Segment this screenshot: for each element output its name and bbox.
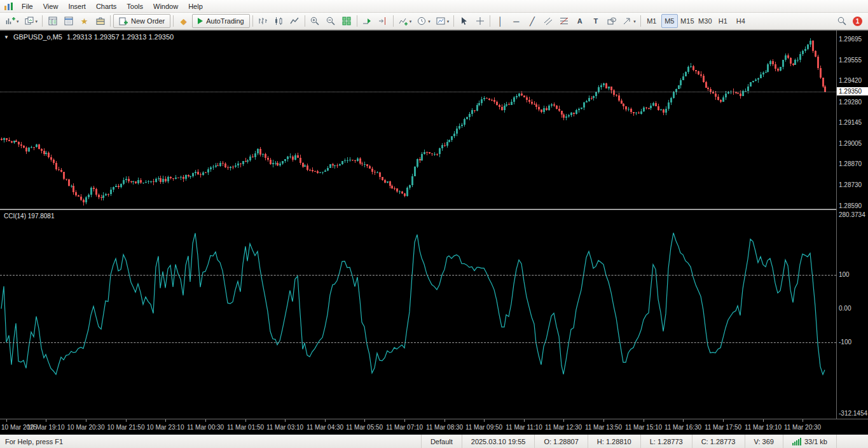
chart-shift-button[interactable]	[376, 14, 390, 28]
cci-axis-label: 280.3734	[839, 211, 865, 218]
objects-more-button[interactable]: ▾	[620, 14, 638, 28]
timeframe-h4-button[interactable]: H4	[733, 14, 749, 28]
toolbox-button[interactable]	[93, 14, 107, 28]
time-axis-label: 11 Mar 20:30	[784, 424, 821, 431]
toolbar: ▾ ▾ ★ New Order ◆ AutoTrading	[0, 13, 868, 30]
time-axis-tick	[126, 419, 127, 422]
menu-item-insert[interactable]: Insert	[63, 1, 91, 11]
toolbar-separator	[305, 15, 305, 27]
caret-down-icon: ▾	[36, 19, 38, 24]
timeframe-m5-button[interactable]: M5	[661, 14, 678, 28]
cci-axis-label: -100	[839, 339, 851, 346]
menu-item-help[interactable]: Help	[183, 1, 208, 11]
notifications-button[interactable]: 1	[850, 14, 865, 28]
text-tool-icon: T	[593, 18, 598, 25]
market-watch-icon	[48, 16, 58, 26]
navigator-button[interactable]: ★	[77, 14, 92, 28]
cci-axis-label: 0.00	[839, 305, 851, 312]
time-axis-tick	[165, 419, 166, 422]
menu-item-view[interactable]: View	[38, 1, 64, 11]
autotrading-button[interactable]: AutoTrading	[192, 14, 250, 28]
new-chart-button[interactable]: ▾	[3, 14, 21, 28]
status-profile[interactable]: Default	[421, 435, 462, 448]
market-watch-button[interactable]	[45, 14, 60, 28]
indicator-pane[interactable]: CCI(14) 197.8081	[0, 210, 836, 419]
menu-item-charts[interactable]: Charts	[91, 1, 121, 11]
cursor-arrow-icon	[459, 16, 469, 26]
status-volume: V: 369	[745, 435, 783, 448]
periods-button[interactable]: ▾	[415, 14, 432, 28]
time-axis-tick	[444, 419, 445, 422]
candlestick-mode-button[interactable]	[272, 14, 286, 28]
indicators-button[interactable]: ▾	[396, 14, 414, 28]
horizontal-line-tool-button[interactable]: ─	[509, 14, 523, 28]
time-axis-label: 11 Mar 19:10	[745, 424, 782, 431]
symbol-label: GBPUSD_o,M5	[13, 33, 62, 41]
status-low: L: 1.28773	[640, 435, 692, 448]
profiles-icon	[24, 16, 34, 26]
connection-signal-icon	[792, 438, 801, 445]
zoom-in-button[interactable]	[308, 14, 322, 28]
menu-bar: FileViewInsertChartsToolsWindowHelp	[0, 0, 868, 13]
trendline-tool-button[interactable]: ╱	[525, 14, 539, 28]
fibonacci-tool-button[interactable]	[556, 14, 571, 28]
time-axis-label: 11 Mar 00:30	[187, 424, 224, 431]
cursor-button[interactable]	[457, 14, 471, 28]
price-pane[interactable]: ▼ GBPUSD_o,M5 1.29313 1.29357 1.29313 1.…	[0, 31, 836, 209]
channel-tool-button[interactable]	[541, 14, 555, 28]
tile-windows-button[interactable]	[340, 14, 354, 28]
time-axis-tick	[723, 419, 724, 422]
line-chart-mode-button[interactable]	[287, 14, 302, 28]
time-axis-label: 11 Mar 17:50	[705, 424, 741, 431]
price-axis-label: 1.29420	[839, 77, 862, 84]
shapes-tool-button[interactable]	[604, 14, 619, 28]
time-axis-label: 11 Mar 03:10	[266, 424, 303, 431]
zoom-out-button[interactable]	[324, 14, 338, 28]
caret-down-icon: ▾	[410, 19, 412, 24]
price-axis[interactable]: 1.296951.295551.294201.292801.291451.290…	[836, 31, 868, 419]
time-axis-label: 11 Mar 16:30	[665, 424, 701, 431]
menu-item-tools[interactable]: Tools	[121, 1, 148, 11]
price-axis-label: 1.29280	[839, 99, 862, 106]
time-axis[interactable]: 10 Mar 202510 Mar 19:1010 Mar 20:3010 Ma…	[0, 419, 868, 435]
timeframe-m1-button[interactable]: M1	[644, 14, 660, 28]
bar-chart-mode-button[interactable]	[256, 14, 270, 28]
price-axis-label: 1.29695	[839, 36, 862, 43]
auto-scroll-button[interactable]	[360, 14, 375, 28]
caret-down-icon: ▾	[17, 19, 19, 24]
arrows-tool-button[interactable]: A	[572, 14, 587, 28]
market-button[interactable]: ◆	[176, 14, 191, 28]
autotrading-label: AutoTrading	[206, 17, 244, 25]
time-axis-tick	[563, 419, 564, 422]
time-axis-tick	[285, 419, 286, 422]
time-axis-tick	[364, 419, 365, 422]
timeframe-h1-button[interactable]: H1	[715, 14, 731, 28]
new-order-button[interactable]: New Order	[113, 14, 170, 28]
time-axis-tick	[484, 419, 485, 422]
toolbar-separator	[252, 15, 253, 27]
cci-level-line--100	[0, 342, 836, 343]
text-tool-button[interactable]: T	[588, 14, 603, 28]
search-button[interactable]	[834, 14, 849, 28]
time-axis-label: 11 Mar 04:30	[307, 424, 343, 431]
menu-item-file[interactable]: File	[17, 1, 38, 11]
templates-button[interactable]: ▾	[434, 14, 451, 28]
chart-menu-icon[interactable]: ▼	[4, 34, 9, 40]
time-axis-tick	[325, 419, 326, 422]
menu-item-window[interactable]: Window	[148, 1, 183, 11]
crosshair-button[interactable]	[472, 14, 487, 28]
time-axis-tick	[86, 419, 86, 422]
new-chart-icon	[5, 16, 15, 26]
toolbar-separator	[393, 15, 394, 27]
vertical-line-tool-button[interactable]: │	[493, 14, 507, 28]
toolbar-separator	[453, 15, 454, 27]
fibonacci-icon	[559, 16, 569, 26]
profiles-button[interactable]: ▾	[22, 14, 40, 28]
toolbar-separator	[110, 15, 111, 27]
data-window-button[interactable]	[61, 14, 76, 28]
cci-axis-label: 100	[839, 271, 850, 278]
time-axis-label: 11 Mar 15:10	[625, 424, 662, 431]
timeframe-m30-button[interactable]: M30	[697, 14, 713, 28]
timeframe-m15-button[interactable]: M15	[679, 14, 696, 28]
time-axis-label: 11 Mar 07:10	[386, 424, 423, 431]
